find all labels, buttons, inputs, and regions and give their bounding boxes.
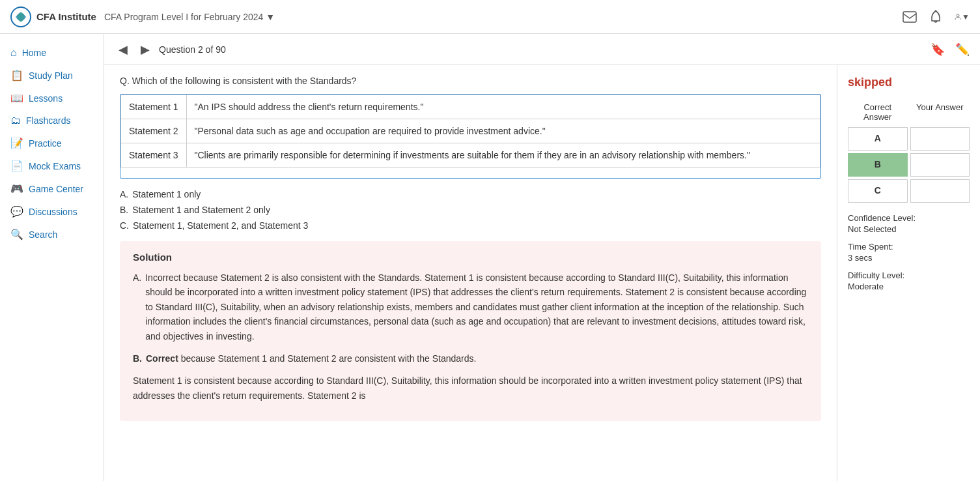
course-selector[interactable]: CFA Program Level I for February 2024 ▼ xyxy=(104,12,275,22)
your-answer-header: Your Answer xyxy=(910,100,970,124)
main-layout: ⌂ Home 📋 Study Plan 📖 Lessons 🗂 Flashcar… xyxy=(0,34,980,481)
right-panel: skipped Correct Answer Your Answer A B C… xyxy=(837,65,980,481)
solution-correct-label: Correct xyxy=(146,353,178,364)
flashcards-icon: 🗂 xyxy=(10,115,21,126)
answer-c-correct: C xyxy=(848,179,908,203)
sidebar-item-search[interactable]: 🔍 Search xyxy=(0,223,104,246)
svg-point-3 xyxy=(957,14,959,16)
header-right: ▼ xyxy=(902,9,970,25)
solution-box: Solution A. Incorrect because Statement … xyxy=(120,241,821,421)
choice-c-letter: C. xyxy=(120,220,129,231)
status-badge: skipped xyxy=(848,76,970,89)
header-left: CFA Institute CFA Program Level I for Fe… xyxy=(10,7,275,27)
practice-icon: 📝 xyxy=(10,137,23,149)
sidebar: ⌂ Home 📋 Study Plan 📖 Lessons 🗂 Flashcar… xyxy=(0,34,104,481)
answer-a-correct: A xyxy=(848,127,908,151)
svg-rect-1 xyxy=(903,12,916,22)
sidebar-item-label-practice: Practice xyxy=(29,138,62,149)
answer-b-yours xyxy=(910,153,970,177)
course-name: CFA Program Level I for February 2024 xyxy=(104,12,263,22)
choice-a-text: Statement 1 only xyxy=(132,189,201,199)
sidebar-item-label-discussions: Discussions xyxy=(29,207,77,217)
dropdown-arrow-icon: ▼ xyxy=(266,12,275,22)
choice-b-text: Statement 1 and Statement 2 only xyxy=(132,205,270,215)
correct-answer-header: Correct Answer xyxy=(848,100,908,124)
sidebar-item-label-game-center: Game Center xyxy=(29,184,83,194)
study-plan-icon: 📋 xyxy=(10,69,23,81)
solution-letter-a: A. xyxy=(133,270,141,285)
question-body: Q. Which of the following is consistent … xyxy=(104,65,837,481)
difficulty-label: Difficulty Level: xyxy=(848,270,970,280)
sidebar-item-label-search: Search xyxy=(29,229,57,240)
logo-text: CFA Institute xyxy=(36,11,96,22)
home-icon: ⌂ xyxy=(10,47,17,59)
sidebar-item-discussions[interactable]: 💬 Discussions xyxy=(0,200,104,223)
solution-text-b: Correct because Statement 1 and Statemen… xyxy=(146,351,476,366)
sidebar-item-game-center[interactable]: 🎮 Game Center xyxy=(0,177,104,200)
table-row: Statement 1 "An IPS should address the c… xyxy=(121,95,820,119)
table-row: Statement 2 "Personal data such as age a… xyxy=(121,119,820,143)
statement-content-1: "An IPS should address the client's retu… xyxy=(186,95,820,119)
sidebar-item-label-mock-exams: Mock Exams xyxy=(29,161,81,171)
statement-content-2: "Personal data such as age and occupatio… xyxy=(186,119,820,143)
choice-b: B. Statement 1 and Statement 2 only xyxy=(120,205,821,215)
cfa-logo-icon xyxy=(10,7,31,27)
choice-b-letter: B. xyxy=(120,205,128,215)
statements-table-wrapper: Statement 1 "An IPS should address the c… xyxy=(120,94,821,179)
confidence-label: Confidence Level: xyxy=(848,213,970,223)
user-menu-icon[interactable]: ▼ xyxy=(954,9,970,25)
statement-label-2: Statement 2 xyxy=(121,119,187,143)
sidebar-item-home[interactable]: ⌂ Home xyxy=(0,42,104,64)
solution-item-a: A. Incorrect because Statement 2 is also… xyxy=(133,270,808,343)
question-text: Q. Which of the following is consistent … xyxy=(120,76,821,86)
confidence-value: Not Selected xyxy=(848,224,970,234)
choice-a: A. Statement 1 only xyxy=(120,189,821,199)
bookmark-icon[interactable]: 🔖 xyxy=(931,42,945,57)
choice-a-letter: A. xyxy=(120,189,128,199)
content-scroll: Q. Which of the following is consistent … xyxy=(104,65,980,481)
statements-table: Statement 1 "An IPS should address the c… xyxy=(120,95,820,168)
mock-exams-icon: 📄 xyxy=(10,160,23,172)
sidebar-item-label-flashcards: Flashcards xyxy=(26,115,70,126)
sidebar-item-lessons[interactable]: 📖 Lessons xyxy=(0,87,104,109)
answer-grid: Correct Answer Your Answer A B C xyxy=(848,100,970,203)
question-nav-left: ◀ ▶ Question 2 of 90 xyxy=(115,41,226,58)
question-nav: ◀ ▶ Question 2 of 90 🔖 ✏️ xyxy=(104,34,980,65)
time-value: 3 secs xyxy=(848,253,970,263)
difficulty-section: Difficulty Level: Moderate xyxy=(848,270,970,291)
sidebar-item-label-study-plan: Study Plan xyxy=(29,70,73,81)
time-section: Time Spent: 3 secs xyxy=(848,242,970,263)
logo: CFA Institute xyxy=(10,7,96,27)
sidebar-item-mock-exams[interactable]: 📄 Mock Exams xyxy=(0,154,104,177)
sidebar-item-study-plan[interactable]: 📋 Study Plan xyxy=(0,64,104,87)
solution-title: Solution xyxy=(133,252,808,263)
sidebar-item-label-home: Home xyxy=(22,48,46,58)
content-area: ◀ ▶ Question 2 of 90 🔖 ✏️ Q. Which of th… xyxy=(104,34,980,481)
confidence-section: Confidence Level: Not Selected xyxy=(848,213,970,234)
edit-icon[interactable]: ✏️ xyxy=(955,42,970,57)
time-label: Time Spent: xyxy=(848,242,970,252)
sidebar-item-flashcards[interactable]: 🗂 Flashcards xyxy=(0,109,104,132)
answer-choices: A. Statement 1 only B. Statement 1 and S… xyxy=(120,189,821,231)
mail-icon[interactable] xyxy=(902,9,917,25)
solution-item-continuation: Statement 1 is consistent because accord… xyxy=(133,373,808,403)
statement-content-3: "Clients are primarily responsible for d… xyxy=(186,143,820,168)
answer-b-correct: B xyxy=(848,153,908,177)
solution-text-a: Incorrect because Statement 2 is also co… xyxy=(145,270,808,343)
difficulty-value: Moderate xyxy=(848,282,970,291)
table-row: Statement 3 "Clients are primarily respo… xyxy=(121,143,820,168)
sidebar-item-label-lessons: Lessons xyxy=(29,93,63,104)
solution-continuation-text: Statement 1 is consistent because accord… xyxy=(133,373,808,403)
search-icon: 🔍 xyxy=(10,228,23,241)
statement-label-3: Statement 3 xyxy=(121,143,187,168)
next-question-button[interactable]: ▶ xyxy=(137,41,154,58)
prev-question-button[interactable]: ◀ xyxy=(115,41,132,58)
question-nav-right: 🔖 ✏️ xyxy=(931,42,970,57)
choice-c-text: Statement 1, Statement 2, and Statement … xyxy=(133,220,308,231)
header: CFA Institute CFA Program Level I for Fe… xyxy=(0,0,980,34)
choice-c: C. Statement 1, Statement 2, and Stateme… xyxy=(120,220,821,231)
solution-letter-b: B. xyxy=(133,351,142,366)
sidebar-item-practice[interactable]: 📝 Practice xyxy=(0,132,104,154)
notification-icon[interactable] xyxy=(928,9,944,25)
user-dropdown-arrow: ▼ xyxy=(962,12,970,22)
